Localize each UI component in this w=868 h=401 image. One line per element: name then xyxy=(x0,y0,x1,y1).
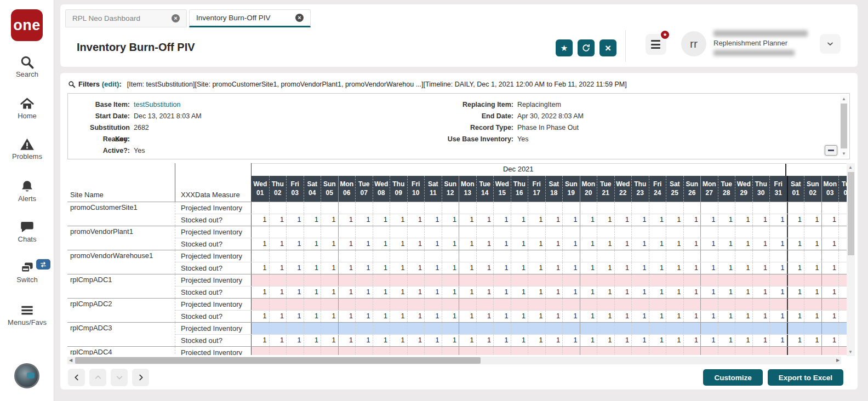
day-column-header: Sun19 xyxy=(562,176,580,202)
content-card: Filters (edit) : [Item: testSubstitution… xyxy=(60,73,858,389)
value-cell xyxy=(286,226,304,238)
value-cell: 1 xyxy=(752,262,770,274)
filters-edit-link[interactable]: (edit) xyxy=(102,80,119,88)
value-cell xyxy=(476,202,494,214)
customize-button[interactable]: Customize xyxy=(703,369,762,386)
value-cell xyxy=(252,226,269,238)
value-cell xyxy=(304,299,321,310)
sidebar-item-chats[interactable]: Chats xyxy=(0,220,54,243)
export-to-excel-button[interactable]: Export to Excel xyxy=(768,369,843,386)
value-cell: 1 xyxy=(407,262,425,274)
value-cell xyxy=(252,274,269,286)
value-cell xyxy=(718,202,735,214)
refresh-button[interactable] xyxy=(578,39,595,56)
chevron-up-icon xyxy=(94,374,102,381)
one-ai-logo[interactable] xyxy=(14,363,39,388)
chevron-right-icon xyxy=(137,374,145,381)
value-cell xyxy=(252,347,269,355)
user-menu-button[interactable] xyxy=(820,34,841,54)
value-cell: 1 xyxy=(528,287,545,298)
sidebar-item-switch[interactable]: Switch xyxy=(0,260,54,284)
day-column-header: Sat18 xyxy=(545,176,563,202)
scroll-right-icon[interactable]: ▶ xyxy=(835,357,841,364)
value-cell: 1 xyxy=(528,335,545,346)
value-cell xyxy=(700,323,718,334)
value-cell xyxy=(511,299,528,310)
sidebar-item-menus-favs[interactable]: Menus/Favs xyxy=(0,303,54,326)
home-icon xyxy=(20,96,35,111)
scroll-up-icon[interactable]: ▲ xyxy=(847,165,854,170)
collapse-panel-button[interactable] xyxy=(825,145,837,156)
tab-rpl-neo-dashboard[interactable]: RPL Neo Dashboard × xyxy=(65,9,187,27)
value-cell xyxy=(442,323,459,334)
close-icon: × xyxy=(605,43,611,53)
scrollbar-thumb[interactable] xyxy=(841,104,847,148)
tab-inventory-burn-off-piv[interactable]: Inventory Burn-Off PIV × xyxy=(189,9,311,27)
sidebar-item-label: Problems xyxy=(12,152,42,161)
value-cell xyxy=(442,226,459,238)
value-cell xyxy=(338,250,356,262)
value-cell: 1 xyxy=(838,262,847,274)
page-left-button[interactable] xyxy=(68,369,85,386)
value-cell xyxy=(321,274,338,286)
value-cell xyxy=(545,202,563,214)
value-cell xyxy=(355,226,373,238)
value-cell xyxy=(424,202,442,214)
favorite-button[interactable]: ★ xyxy=(556,39,573,56)
value-cell xyxy=(735,250,752,262)
value-cell xyxy=(838,202,847,214)
day-column-header: Sat25 xyxy=(666,176,683,202)
value-cell: 1 xyxy=(424,214,442,226)
value-cell: 1 xyxy=(649,262,666,274)
value-cell: 1 xyxy=(735,214,752,226)
tab-close-icon[interactable]: × xyxy=(172,14,180,22)
day-column-header: Sat11 xyxy=(424,176,442,202)
value-cell xyxy=(683,299,701,310)
switch-badge-icon[interactable] xyxy=(36,259,50,270)
value-cell: 1 xyxy=(580,311,597,322)
value-cell xyxy=(442,274,459,286)
value-cell xyxy=(700,202,718,214)
value-cell xyxy=(338,202,356,214)
grid-vertical-scrollbar[interactable]: ▲ ▼ xyxy=(847,163,855,356)
value-cell: 1 xyxy=(649,311,666,322)
value-cell xyxy=(769,299,787,310)
value-cell xyxy=(614,347,632,355)
day-column-header: Sun02 xyxy=(804,176,821,202)
user-avatar[interactable]: rr xyxy=(681,31,706,56)
value-cell xyxy=(597,226,614,238)
sidebar-item-search[interactable]: Search xyxy=(0,55,54,78)
value-cell: 1 xyxy=(666,311,683,322)
month-band: Dec 2021 xyxy=(252,164,847,176)
value-cell: 1 xyxy=(804,214,821,226)
scroll-left-icon[interactable]: ◀ xyxy=(67,357,74,364)
close-page-button[interactable]: × xyxy=(599,39,616,56)
value-cell xyxy=(649,274,666,286)
measure-cell: Projected Inventory xyxy=(175,226,252,238)
details-scrollbar[interactable]: ▲ ▼ xyxy=(840,95,848,157)
sidebar-item-alerts[interactable]: Alerts xyxy=(0,179,54,203)
value-cell: 1 xyxy=(804,287,821,298)
tab-close-icon[interactable]: × xyxy=(295,14,304,22)
day-column-header: Sun26 xyxy=(683,176,701,202)
scrollbar-thumb[interactable] xyxy=(75,357,481,364)
sidebar-item-home[interactable]: Home xyxy=(0,96,54,120)
sidebar-item-problems[interactable]: Problems xyxy=(0,137,54,161)
base-item-link[interactable]: testSubstitution xyxy=(134,99,180,111)
value-cell: 1 xyxy=(597,238,614,250)
quick-menu-button[interactable]: ★ xyxy=(646,34,666,55)
page-up-button[interactable] xyxy=(89,369,106,386)
grid-horizontal-scrollbar[interactable]: ◀ ▶ xyxy=(67,357,841,364)
scroll-down-icon[interactable]: ▼ xyxy=(847,350,854,354)
scroll-down-icon[interactable]: ▼ xyxy=(840,151,848,156)
page-right-button[interactable] xyxy=(132,369,149,386)
value-cell xyxy=(769,226,787,238)
field-value: Yes xyxy=(517,134,528,145)
scroll-up-icon[interactable]: ▲ xyxy=(840,96,848,101)
scrollbar-thumb[interactable] xyxy=(848,172,854,255)
page-down-button[interactable] xyxy=(111,369,128,386)
one-logo[interactable]: one xyxy=(11,9,43,41)
value-cell xyxy=(373,250,390,262)
value-cell xyxy=(269,250,287,262)
app-screen: one Search Home Problems Alerts xyxy=(0,0,868,401)
